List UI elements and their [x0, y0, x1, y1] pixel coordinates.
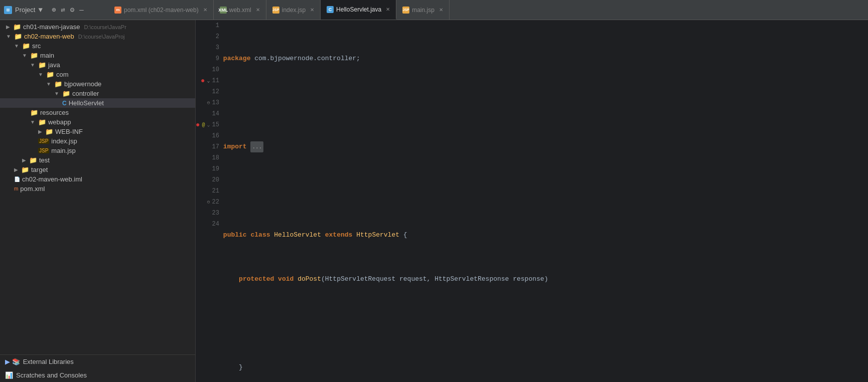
label-target: target [31, 166, 48, 173]
scratches-consoles-item[interactable]: 📊 Scratches and Consoles [0, 368, 195, 382]
tree-item-resources[interactable]: 📁 resources [0, 108, 195, 117]
class-name-helloservlet: HelloServlet [274, 230, 321, 241]
code-editor[interactable]: 1 2 3 9 10 ● ⌄ 11 12 ⊖ 13 14 ● @ [196, 20, 868, 382]
space2 [270, 230, 274, 241]
tree-item-com[interactable]: ▼ 📁 com [0, 70, 195, 79]
tab-close-helloservlet[interactable]: ✕ [386, 7, 390, 12]
extends-text [321, 230, 325, 241]
external-libraries-label: External Libraries [23, 358, 74, 365]
tree-item-target[interactable]: ▶ 📁 target [0, 165, 195, 174]
import-fold[interactable]: ... [250, 141, 263, 152]
collapse-icon-13: ⊖ [207, 100, 210, 106]
settings-icon[interactable]: ⚙ [70, 6, 74, 14]
class-name-httpservlet: HttpServlet [356, 230, 399, 241]
line-num-11: ● ⌄ 11 [196, 75, 219, 86]
label-pom: pom.xml [20, 185, 45, 193]
tree-item-webinf[interactable]: ▶ 📁 WEB-INF [0, 127, 195, 136]
collapse-arrow-controller: ▼ [54, 91, 59, 96]
code-lines[interactable]: package com.bjpowernode.controller; impo… [219, 20, 868, 382]
tree-item-src[interactable]: ▼ 📁 src [0, 41, 195, 51]
line-num-22: ⊖ 22 [196, 197, 219, 208]
breakpoint-dot-15: ● [196, 121, 200, 129]
label-helloservlet: HelloServlet [69, 99, 104, 107]
tree-item-iml[interactable]: 📄 ch02-maven-web.iml [0, 174, 195, 184]
tree-item-index-jsp[interactable]: JSP index.jsp [0, 136, 195, 146]
label-java: java [48, 61, 60, 69]
closing-brace-13: } [223, 362, 243, 373]
line-num-13: ⊖ 13 [196, 97, 219, 108]
folder-icon-main: 📁 [30, 52, 38, 59]
space1 [247, 230, 251, 241]
space-11b [294, 274, 298, 285]
tab-close-pom[interactable]: ✕ [203, 7, 207, 13]
tab-pom-xml[interactable]: m pom.xml (ch02-maven-web) ✕ [108, 0, 214, 20]
globe-icon[interactable]: ⊕ [52, 6, 56, 14]
line-num-10: 10 [196, 64, 219, 75]
tab-index-jsp[interactable]: JSP index.jsp ✕ [266, 0, 321, 20]
keyword-public: public [223, 230, 247, 241]
java-file-icon-helloservlet: C [62, 100, 67, 107]
line-num-16: 16 [196, 130, 219, 141]
scratches-icon: 📊 [5, 371, 13, 379]
line-num-2: 2 [196, 31, 219, 42]
tree-item-ch01[interactable]: ▶ 📁 ch01-maven-javase D:\course\JavaPr [0, 22, 195, 32]
collapse-arrow-webinf: ▶ [38, 129, 42, 134]
pom-file-icon: m [14, 186, 18, 192]
tab-close-web[interactable]: ✕ [256, 7, 260, 13]
tree-item-ch02[interactable]: ▼ 📁 ch02-maven-web D:\course\JavaProj [0, 32, 195, 41]
tree-item-test[interactable]: ▶ 📁 test [0, 155, 195, 165]
label-main-jsp: main.jsp [51, 147, 75, 154]
tree-item-controller[interactable]: ▼ 📁 controller [0, 89, 195, 98]
tree-item-webapp[interactable]: ▼ 📁 webapp [0, 117, 195, 127]
label-index-jsp: index.jsp [51, 137, 77, 145]
collapse-arrow-target: ▶ [14, 167, 18, 172]
collapse-arrow-bjpowernode: ▼ [46, 81, 51, 87]
tab-helloservlet[interactable]: C HelloServlet.java ✕ [321, 0, 396, 20]
line-numbers-column: 1 2 3 9 10 ● ⌄ 11 12 ⊖ 13 14 ● @ [196, 20, 219, 382]
project-title: ▤ Project ▼ ⊕ ⇄ ⚙ — [4, 6, 104, 14]
chevron-down-icon[interactable]: ▼ [38, 6, 42, 14]
line-num-21: 21 [196, 185, 219, 197]
project-icon: ▤ [4, 6, 12, 14]
line-num-19: 19 [196, 163, 219, 174]
tab-close-index[interactable]: ✕ [310, 7, 314, 13]
keyword-void-11: void [278, 274, 294, 285]
toolbar-icons: ⊕ ⇄ ⚙ — [52, 6, 84, 14]
tab-main-jsp[interactable]: JSP main.jsp ✕ [396, 0, 450, 20]
path-ch02: D:\course\JavaProj [78, 34, 125, 40]
tab-close-main[interactable]: ✕ [439, 7, 443, 13]
indent-11 [223, 274, 239, 285]
collapse-arrow-main: ▼ [22, 53, 27, 58]
label-webinf: WEB-INF [55, 128, 83, 135]
libraries-icon: ▶ 📚 [5, 358, 20, 365]
tabs-area: m pom.xml (ch02-maven-web) ✕ XML web.xml… [108, 0, 864, 20]
collapse-arrow-java: ▼ [30, 62, 35, 68]
split-icon[interactable]: ⇄ [61, 6, 65, 14]
jsp-icon-index: JSP [38, 138, 49, 144]
tree-item-main-jsp[interactable]: JSP main.jsp [0, 146, 195, 155]
file-tree: ▶ 📁 ch01-maven-javase D:\course\JavaPr ▼… [0, 20, 195, 354]
external-libraries-item[interactable]: ▶ 📚 External Libraries [0, 355, 195, 368]
breakpoint-dot-11: ● [201, 77, 205, 85]
folder-icon-ch01: 📁 [13, 23, 21, 31]
tab-label-index: index.jsp [282, 7, 306, 14]
tree-item-helloservlet[interactable]: C HelloServlet [0, 98, 195, 108]
tree-item-pom[interactable]: m pom.xml [0, 184, 195, 194]
tree-item-bjpowernode[interactable]: ▼ 📁 bjpowernode [0, 79, 195, 89]
label-test: test [39, 156, 50, 164]
code-content: 1 2 3 9 10 ● ⌄ 11 12 ⊖ 13 14 ● @ [196, 20, 868, 382]
sidebar-bottom: ▶ 📚 External Libraries 📊 Scratches and C… [0, 354, 195, 382]
label-ch02: ch02-maven-web [24, 33, 74, 40]
line-num-18: 18 [196, 152, 219, 163]
line-num-12: 12 [196, 86, 219, 97]
folder-icon-target: 📁 [21, 166, 29, 173]
main-content: ▶ 📁 ch01-maven-javase D:\course\JavaPr ▼… [0, 20, 868, 382]
minimize-icon[interactable]: — [79, 6, 83, 14]
label-ch01: ch01-maven-javase [23, 23, 80, 31]
tree-item-java[interactable]: ▼ 📁 java [0, 60, 195, 70]
folder-icon-webapp: 📁 [38, 118, 46, 126]
line-num-15: ● @ ⌄ 15 [196, 119, 219, 130]
tab-web-xml[interactable]: XML web.xml ✕ [214, 0, 266, 20]
tree-item-main[interactable]: ▼ 📁 main [0, 51, 195, 60]
tab-icon-helloservlet: C [327, 6, 334, 13]
